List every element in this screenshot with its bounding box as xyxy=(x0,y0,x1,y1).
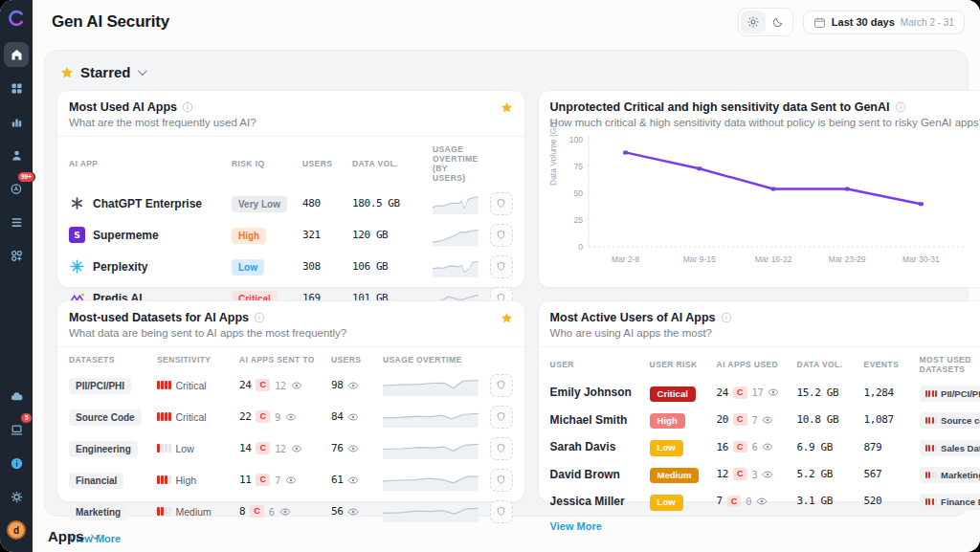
laptop-icon xyxy=(10,423,24,437)
sensitivity-bars-icon xyxy=(157,475,171,484)
sidebar-item-dashboards[interactable] xyxy=(4,76,29,100)
usage-sparkline xyxy=(383,470,488,491)
user-name: Michael Smith xyxy=(550,413,650,427)
sidebar-item-analytics[interactable] xyxy=(4,109,29,134)
sensitivity-bars-icon xyxy=(157,381,171,389)
supermeme-app-icon: S xyxy=(69,227,85,243)
sidebar-item-users[interactable] xyxy=(4,143,29,167)
svg-text:Mar 16-22: Mar 16-22 xyxy=(754,254,791,264)
view-eye-button[interactable] xyxy=(347,411,359,423)
user-risk-badge: Critical xyxy=(650,386,696,402)
dashboard-grid-icon xyxy=(10,81,24,96)
risk-badge: Very Low xyxy=(232,196,287,212)
apps-sent-value: 11 xyxy=(239,474,251,486)
date-range-button[interactable]: Last 30 days March 2 - 31 xyxy=(803,11,965,34)
column-header: User Risk xyxy=(650,360,717,369)
risk-badge: Low xyxy=(232,259,264,276)
info-circle-icon[interactable] xyxy=(182,101,193,113)
apps-used-value: 7 xyxy=(717,495,723,507)
card-title: Unprotected Critical and high sensitivit… xyxy=(550,100,890,114)
view-eye-button[interactable] xyxy=(762,414,773,426)
sidebar-item-settings[interactable] xyxy=(4,484,29,509)
critical-count-badge: C xyxy=(733,441,747,453)
sidebar-item-cloud[interactable] xyxy=(4,384,29,408)
card-subtitle: Who are using AI apps the most? xyxy=(550,327,980,339)
data-vol-value: 120 GB xyxy=(352,229,433,241)
shield-icon xyxy=(496,230,506,240)
sidebar-item-devices[interactable]: 5 xyxy=(4,417,29,442)
notifications-badge: 99+ xyxy=(17,171,35,183)
chatgpt-app-icon xyxy=(69,195,85,211)
starred-collapse-chevron-icon[interactable] xyxy=(137,66,146,76)
view-eye-button[interactable] xyxy=(279,506,291,518)
protect-shield-button[interactable] xyxy=(490,255,513,278)
sidebar-item-policies[interactable] xyxy=(4,210,29,234)
eye-icon xyxy=(768,386,779,398)
datasets-card: Most-used Datasets for AI Apps What data… xyxy=(56,300,525,502)
unstar-card-button[interactable] xyxy=(501,312,513,324)
events-value: 1,087 xyxy=(864,413,920,426)
eye-icon xyxy=(347,475,359,486)
column-header: Data Vol. xyxy=(352,159,433,168)
protect-shield-button[interactable] xyxy=(490,406,513,429)
info-circle-icon[interactable] xyxy=(721,312,732,323)
sensitivity-bars-icon xyxy=(157,444,171,453)
usage-sparkline xyxy=(433,193,488,214)
svg-text:0: 0 xyxy=(578,242,583,252)
view-eye-button[interactable] xyxy=(762,469,773,480)
view-eye-button[interactable] xyxy=(291,380,302,391)
dark-mode-button[interactable] xyxy=(766,11,791,33)
sidebar-item-home[interactable] xyxy=(4,42,29,67)
critical-count-badge: C xyxy=(733,386,747,399)
app-logo[interactable] xyxy=(6,8,27,33)
protect-shield-button[interactable] xyxy=(490,469,513,492)
view-eye-button[interactable] xyxy=(347,380,359,391)
light-mode-button[interactable] xyxy=(741,11,766,33)
view-eye-button[interactable] xyxy=(756,496,768,507)
data-vol-value: 106 GB xyxy=(352,260,433,273)
user-icon xyxy=(10,148,24,163)
eye-icon xyxy=(347,411,359,423)
column-header: Usage Overtime xyxy=(383,355,488,364)
unstar-card-button[interactable] xyxy=(501,101,513,114)
dataset-badge: Source Code xyxy=(69,409,142,426)
view-eye-button[interactable] xyxy=(347,443,359,454)
protect-shield-button[interactable] xyxy=(490,500,513,523)
view-eye-button[interactable] xyxy=(347,506,359,518)
critical-count-badge: C xyxy=(256,379,270,391)
view-eye-button[interactable] xyxy=(285,475,297,486)
protect-shield-button[interactable] xyxy=(490,374,513,397)
date-range-label: Last 30 days xyxy=(832,16,895,28)
shield-icon xyxy=(496,380,506,390)
view-eye-button[interactable] xyxy=(762,441,773,453)
view-more-link[interactable]: View More xyxy=(550,520,980,532)
view-eye-button[interactable] xyxy=(285,411,297,423)
table-row: ChatGPT Enterprise Very Low 480 180.5 GB xyxy=(69,188,513,219)
view-eye-button[interactable] xyxy=(347,475,359,486)
critical-count: 6 xyxy=(752,441,758,453)
column-header: User xyxy=(550,360,650,369)
shield-icon xyxy=(496,411,506,422)
protect-shield-button[interactable] xyxy=(490,224,513,247)
svg-text:Mar 30-31: Mar 30-31 xyxy=(902,254,940,264)
table-row: Marketing Medium 8C6 56 xyxy=(69,496,513,527)
table-row: Sarah Davis Low 16C6 6.9 GB 879 Sales Da… xyxy=(550,433,980,460)
critical-count-badge: C xyxy=(256,410,270,423)
sidebar-item-profile[interactable]: d xyxy=(4,518,29,542)
protect-shield-button[interactable] xyxy=(490,192,513,215)
dataset-badge: Financial xyxy=(69,473,123,489)
protect-shield-button[interactable] xyxy=(490,437,513,460)
view-eye-button[interactable] xyxy=(291,443,302,454)
view-more-link[interactable]: View More xyxy=(69,533,513,544)
info-circle-icon[interactable] xyxy=(895,101,906,113)
table-row: S Supermeme High 321 120 GB xyxy=(69,219,513,251)
info-circle-icon[interactable] xyxy=(254,312,265,323)
sidebar-item-alerts[interactable]: 99+ xyxy=(4,176,29,201)
sidebar-item-integrations[interactable] xyxy=(4,243,29,268)
card-subtitle: How much critical & high sensitivity dat… xyxy=(550,117,980,128)
apps-section-title: Apps xyxy=(48,528,84,544)
view-eye-button[interactable] xyxy=(768,386,779,398)
user-risk-badge: Low xyxy=(650,440,683,455)
star-icon xyxy=(501,312,513,324)
sidebar-item-info[interactable] xyxy=(4,451,29,475)
